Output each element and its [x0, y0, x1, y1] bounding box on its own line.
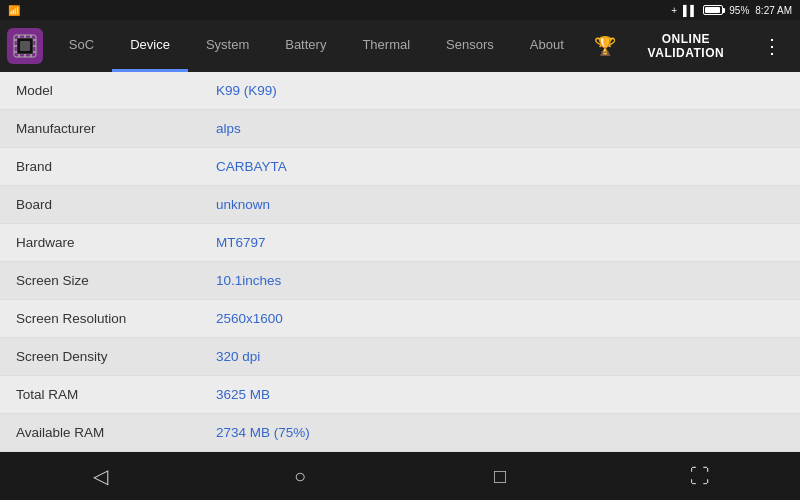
row-value: alps	[200, 110, 800, 148]
home-button[interactable]: ○	[270, 456, 330, 496]
row-value: 10.1inches	[200, 262, 800, 300]
table-row: ModelK99 (K99)	[0, 72, 800, 110]
table-row: Boardunknown	[0, 186, 800, 224]
trophy-icon: 🏆	[594, 35, 616, 57]
row-value: 3625 MB	[200, 376, 800, 414]
tab-system[interactable]: System	[188, 20, 267, 72]
table-row: Manufactureralps	[0, 110, 800, 148]
row-label: Available RAM	[0, 414, 200, 452]
svg-rect-2	[20, 41, 30, 51]
navbar: SoC Device System Battery Thermal Sensor…	[0, 20, 800, 72]
status-bar: 📶 + ▌▌ 95% 8:27 AM	[0, 0, 800, 20]
row-label: Screen Size	[0, 262, 200, 300]
row-label: Model	[0, 72, 200, 110]
content-area: ModelK99 (K99)ManufactureralpsBrandCARBA…	[0, 72, 800, 452]
row-value: K99 (K99)	[200, 72, 800, 110]
row-label: Screen Density	[0, 338, 200, 376]
nav-tabs: SoC Device System Battery Thermal Sensor…	[51, 20, 582, 72]
tab-thermal[interactable]: Thermal	[344, 20, 428, 72]
expand-button[interactable]: ⛶	[670, 456, 730, 496]
table-row: Available RAM2734 MB (75%)	[0, 414, 800, 452]
row-value: CARBAYTA	[200, 148, 800, 186]
bluetooth-icon: +	[671, 5, 677, 16]
battery-percent: 95%	[729, 5, 749, 16]
row-value: 2560x1600	[200, 300, 800, 338]
row-label: Total RAM	[0, 376, 200, 414]
overflow-menu-icon[interactable]: ⋮	[756, 34, 788, 58]
table-row: Screen Density320 dpi	[0, 338, 800, 376]
bottom-nav-bar: ◁ ○ □ ⛶	[0, 452, 800, 500]
nav-right-section: 🏆 ONLINE VALIDATION ⋮	[582, 32, 800, 60]
row-label: Manufacturer	[0, 110, 200, 148]
app-logo	[0, 20, 51, 72]
table-row: Screen Size10.1inches	[0, 262, 800, 300]
row-value: 320 dpi	[200, 338, 800, 376]
online-validation-button[interactable]: ONLINE VALIDATION	[624, 32, 748, 60]
row-label: Hardware	[0, 224, 200, 262]
time-display: 8:27 AM	[755, 5, 792, 16]
tab-device[interactable]: Device	[112, 20, 188, 72]
row-label: Screen Resolution	[0, 300, 200, 338]
cpu-z-logo	[7, 28, 43, 64]
tab-soc[interactable]: SoC	[51, 20, 112, 72]
row-label: Board	[0, 186, 200, 224]
tab-battery[interactable]: Battery	[267, 20, 344, 72]
row-value: unknown	[200, 186, 800, 224]
wifi-signal: ▌▌	[683, 5, 697, 16]
row-value: MT6797	[200, 224, 800, 262]
tab-sensors[interactable]: Sensors	[428, 20, 512, 72]
table-row: Screen Resolution2560x1600	[0, 300, 800, 338]
device-info-table: ModelK99 (K99)ManufactureralpsBrandCARBA…	[0, 72, 800, 452]
table-row: HardwareMT6797	[0, 224, 800, 262]
row-value: 2734 MB (75%)	[200, 414, 800, 452]
row-label: Brand	[0, 148, 200, 186]
wifi-icon: 📶	[8, 5, 20, 16]
back-button[interactable]: ◁	[70, 456, 130, 496]
recents-button[interactable]: □	[470, 456, 530, 496]
battery-indicator	[703, 5, 723, 15]
table-row: BrandCARBAYTA	[0, 148, 800, 186]
tab-about[interactable]: About	[512, 20, 582, 72]
table-row: Total RAM3625 MB	[0, 376, 800, 414]
